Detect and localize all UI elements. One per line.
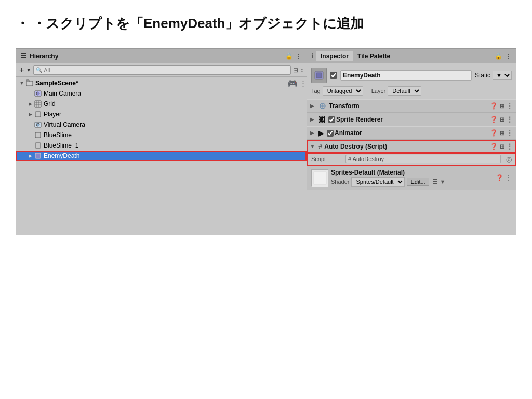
hierarchy-filter-icon[interactable]: ⊟ [293,66,298,74]
tree-item-grid[interactable]: ▶ Grid [16,99,307,109]
sprite-renderer-help-icon[interactable]: ❓ [490,116,498,123]
tag-label: Tag [311,88,321,94]
static-dropdown[interactable]: ▼ [493,71,512,80]
inspector-panel: ℹ Inspector Tile Palette 🔒 ⋮ [307,49,516,235]
static-label: Static [475,72,490,79]
svg-rect-4 [35,101,41,107]
inspector-tab-inspector[interactable]: Inspector [316,51,353,61]
hierarchy-search-box[interactable]: 🔍 [33,65,291,75]
component-animator[interactable]: ▶ ▶ Animator ❓ ⊞ ⋮ [307,126,516,140]
tree-item-samplescene[interactable]: ▼ SampleScene* 🎮 ⋮ [16,78,307,88]
material-arrow-icon[interactable]: ▼ [440,179,446,185]
component-auto-destroy[interactable]: ▼ # Auto Destroy (Script) ❓ ⊞ ⋮ [307,140,516,153]
transform-settings-icon[interactable]: ⊞ [500,103,504,110]
layer-select[interactable]: Default [388,86,421,96]
transform-actions: ❓ ⊞ ⋮ [490,102,513,110]
sprite-renderer-arrow: ▶ [310,117,316,122]
animator-actions: ❓ ⊞ ⋮ [490,129,513,137]
hierarchy-add-button[interactable]: + [19,65,24,75]
tree-item-blueslime-1[interactable]: ▶ BlueSlime_1 [16,140,307,151]
script-target-icon[interactable]: ◎ [506,155,512,163]
hierarchy-header: ☰ Hierarchy 🔒 ⋮ [16,49,307,63]
shader-select[interactable]: Sprites/Default [351,177,405,187]
tag-select[interactable]: Untagged [323,86,363,96]
svg-rect-16 [316,73,322,78]
material-preview [311,169,328,186]
hierarchy-lock-icon[interactable]: 🔒 [285,52,293,60]
svg-rect-21 [314,172,326,184]
sprite-renderer-dots-icon[interactable]: ⋮ [507,116,513,123]
search-icon: 🔍 [36,67,42,73]
samplescene-label: SampleScene* [35,79,78,87]
transform-dots-icon[interactable]: ⋮ [507,102,513,110]
virtual-camera-label: Virtual Camera [44,121,85,128]
virtual-camera-arrow: ▶ [26,122,34,127]
auto-destroy-arrow: ▼ [310,144,316,149]
title-text: ・スクリプトを「EnemyDeath」オブジェクトに追加 [32,16,364,31]
object-icon-box [311,68,327,83]
blueslime-1-arrow: ▶ [26,143,34,148]
auto-destroy-dots-icon[interactable]: ⋮ [507,143,513,150]
script-label: Script [311,156,342,162]
inspector-tabs: ℹ Inspector Tile Palette [311,51,394,61]
main-camera-label: Main Camera [44,90,81,97]
hierarchy-sort-icon[interactable]: ↕ [300,66,303,74]
tree-item-main-camera[interactable]: ▶ Main Camera [16,88,307,99]
tree-item-virtual-camera[interactable]: ▶ Virtual Camera [16,119,307,130]
component-sprite-renderer[interactable]: ▶ 🖼 Sprite Renderer ❓ ⊞ ⋮ [307,113,516,126]
svg-rect-12 [35,132,41,138]
page-title: ・・スクリプトを「EnemyDeath」オブジェクトに追加 [0,0,532,43]
sprite-renderer-checkbox[interactable] [328,116,335,123]
shader-row: Shader Sprites/Default Edit... ☰ ▼ [331,177,493,187]
tree-item-player[interactable]: ▶ Player [16,109,307,119]
player-label: Player [44,111,61,118]
script-row: Script # AutoDestroy ◎ [307,153,516,165]
object-enabled-checkbox[interactable] [330,72,337,79]
auto-destroy-help-icon[interactable]: ❓ [490,143,498,150]
animator-arrow: ▶ [310,130,316,136]
samplescene-dots[interactable]: ⋮ [300,79,307,87]
inspector-dots-icon[interactable]: ⋮ [504,52,512,60]
inspector-tab-tile-palette[interactable]: Tile Palette [353,51,394,61]
tree-item-enemy-death[interactable]: ▶ EnemyDeath [16,151,307,161]
sprite-renderer-settings-icon[interactable]: ⊞ [500,116,504,123]
auto-destroy-settings-icon[interactable]: ⊞ [500,143,504,150]
animator-checkbox[interactable] [327,130,334,137]
material-help-icon[interactable]: ❓ [496,174,503,181]
animator-help-icon[interactable]: ❓ [490,129,498,137]
samplescene-arrow: ▼ [18,81,25,86]
animator-icon: ▶ [318,129,324,137]
material-row: Sprites-Default (Material) Shader Sprite… [307,165,516,190]
tree-item-blueslime[interactable]: ▶ BlueSlime [16,130,307,140]
animator-label: Animator [335,129,490,137]
material-dots-icon[interactable]: ⋮ [506,174,512,181]
hierarchy-tree: ▼ SampleScene* 🎮 ⋮ [16,77,307,235]
sprite-renderer-label: Sprite Renderer [336,116,490,123]
grid-arrow: ▶ [26,101,34,107]
transform-icon [318,102,327,110]
hierarchy-header-right: 🔒 ⋮ [285,52,302,60]
material-list-icon[interactable]: ☰ [432,178,438,185]
script-value[interactable]: # AutoDestroy [345,155,501,163]
page-container: ・・スクリプトを「EnemyDeath」オブジェクトに追加 ☰ Hierarch… [0,0,532,399]
animator-dots-icon[interactable]: ⋮ [507,129,513,137]
auto-destroy-icon: # [318,143,322,151]
auto-destroy-actions: ❓ ⊞ ⋮ [490,143,513,150]
blueslime-1-icon [34,141,42,150]
hierarchy-dots-icon[interactable]: ⋮ [295,52,302,60]
player-arrow: ▶ [26,112,34,117]
shader-edit-button[interactable]: Edit... [407,178,429,186]
enemy-death-label: EnemyDeath [44,152,79,159]
inspector-lock-icon[interactable]: 🔒 [495,52,502,60]
transform-help-icon[interactable]: ❓ [490,102,498,110]
separator-1 [307,98,516,98]
object-name-field[interactable] [340,70,472,81]
component-transform[interactable]: ▶ Transform ❓ ⊞ ⋮ [307,99,516,113]
static-row: Static ▼ [475,71,512,80]
main-camera-arrow: ▶ [26,91,34,96]
hierarchy-add-dropdown[interactable]: ▼ [26,67,31,73]
sprite-renderer-actions: ❓ ⊞ ⋮ [490,116,513,123]
hierarchy-search-input[interactable] [44,67,288,73]
svg-point-11 [36,123,39,126]
animator-settings-icon[interactable]: ⊞ [500,130,504,137]
